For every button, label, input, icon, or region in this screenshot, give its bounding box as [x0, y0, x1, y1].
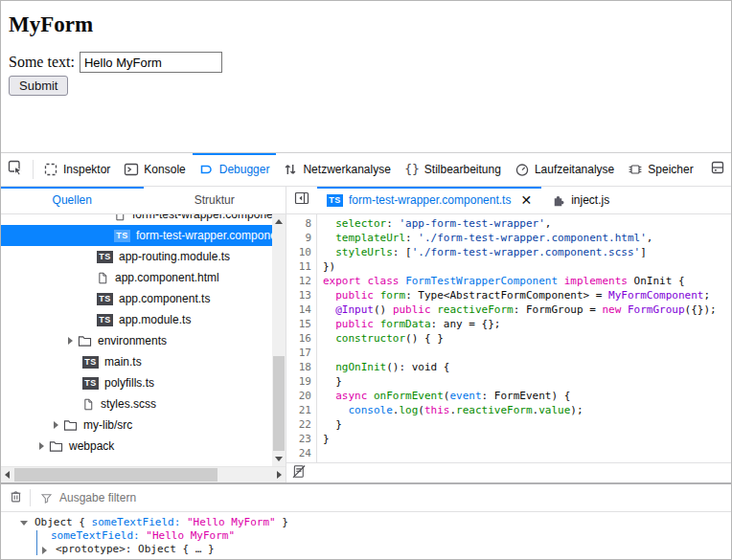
- code-line[interactable]: ngOnInit(): void {: [323, 360, 731, 374]
- code-token: './form-test-wrapper.component.scss': [412, 246, 640, 258]
- code-line[interactable]: }: [323, 374, 731, 389]
- close-tab-icon[interactable]: ✕: [520, 193, 532, 207]
- tree-item-app-component-html[interactable]: app.component.html: [1, 267, 286, 288]
- toolbar-tab-label: Debugger: [219, 163, 270, 176]
- toolbar-tab-debugger[interactable]: Debugger: [193, 153, 277, 186]
- pick-element-button[interactable]: [1, 153, 30, 186]
- editor-tab-form-test-wrapper[interactable]: TS form-test-wrapper.component.ts ✕: [317, 187, 541, 213]
- line-number[interactable]: 17: [286, 346, 311, 360]
- line-number[interactable]: 14: [286, 302, 311, 317]
- line-number[interactable]: 10: [286, 245, 311, 259]
- line-number[interactable]: 16: [286, 331, 311, 346]
- code-line[interactable]: }: [323, 432, 731, 446]
- tree-item-form-test-wrapper-component-ts[interactable]: TSform-test-wrapper.component.ts: [1, 225, 286, 246]
- tree-vertical-scrollbar[interactable]: [272, 214, 286, 466]
- inspektor-icon: [43, 162, 58, 177]
- some-text-input[interactable]: [80, 52, 222, 73]
- code-line[interactable]: @Input() public reactiveForm: FormGroup …: [323, 302, 731, 317]
- line-number[interactable]: 13: [286, 288, 311, 302]
- code-token: : Type<AbstractFormComponent> =: [405, 289, 608, 302]
- code-line[interactable]: public form: Type<AbstractFormComponent>…: [323, 288, 731, 302]
- scroll-down-arrow-icon[interactable]: [275, 457, 283, 461]
- chevron-right-icon[interactable]: [42, 547, 47, 554]
- code-editor-area[interactable]: 89101112131415161718192021222324 selecto…: [286, 214, 731, 462]
- line-number[interactable]: 12: [286, 274, 311, 288]
- code-line[interactable]: async onFormEvent(event: FormEvent) {: [323, 389, 731, 403]
- tree-item-app-module-ts[interactable]: TSapp.module.ts: [1, 309, 286, 330]
- tree-item-label: app.component.html: [115, 271, 219, 284]
- line-number[interactable]: 20: [286, 389, 311, 403]
- code-line[interactable]: console.log(this.reactiveForm.value);: [323, 403, 731, 417]
- scroll-up-arrow-icon[interactable]: [275, 219, 283, 224]
- tree-item-main-ts[interactable]: TSmain.ts: [1, 351, 286, 372]
- line-number[interactable]: 18: [286, 360, 311, 374]
- vertical-scrollbar-thumb[interactable]: [273, 356, 285, 451]
- code-line[interactable]: export class FormTestWrapperComponent im…: [323, 274, 731, 288]
- tree-item-app-component-ts[interactable]: TSapp.component.ts: [1, 288, 286, 309]
- console-clear-button[interactable]: [1, 489, 30, 507]
- code-token: :: [405, 232, 418, 244]
- code-line[interactable]: selector: 'app-form-test-wrapper',: [323, 216, 731, 231]
- code-token: [323, 332, 335, 345]
- code-line[interactable]: [323, 446, 731, 460]
- line-number[interactable]: 22: [286, 417, 311, 432]
- code-line[interactable]: templateUrl: './form-test-wrapper.compon…: [323, 231, 731, 245]
- blackbox-source-button[interactable]: [292, 464, 307, 482]
- tree-item-webpack[interactable]: webpack: [1, 436, 286, 457]
- console-log-row[interactable]: <prototype>: Object { … }: [1, 543, 731, 556]
- tree-item-my-lib-src[interactable]: my-lib/src: [1, 414, 286, 436]
- toolbar-tab-laufzeitanalyse[interactable]: Laufzeitanalyse: [508, 153, 621, 186]
- tree-item-form-test-wrapper-component-scss[interactable]: form-test-wrapper.component.scss: [1, 214, 286, 225]
- chevron-down-icon[interactable]: [20, 521, 28, 526]
- panel-tab-quellen[interactable]: Quellen: [1, 187, 144, 213]
- line-number[interactable]: 21: [286, 403, 311, 417]
- code-line[interactable]: constructor() { }: [323, 331, 731, 346]
- code-token: templateUrl: [335, 232, 405, 244]
- console-log-row[interactable]: someTextField: "Hello MyForm": [1, 529, 731, 543]
- collapse-sources-button[interactable]: [286, 187, 317, 213]
- line-number[interactable]: 15: [286, 317, 311, 331]
- panel-tab-struktur[interactable]: Struktur: [144, 187, 286, 213]
- scroll-right-arrow-icon[interactable]: [277, 471, 282, 479]
- code-token: new: [602, 303, 621, 316]
- tree-item-label: app-routing.module.ts: [119, 250, 230, 263]
- tree-item-polyfills-ts[interactable]: TSpolyfills.ts: [1, 372, 286, 393]
- code-line[interactable]: }): [323, 259, 731, 274]
- tree-item-environments[interactable]: environments: [1, 330, 286, 351]
- line-number[interactable]: 8: [286, 216, 311, 231]
- toolbar-tab-konsole[interactable]: Konsole: [117, 153, 192, 186]
- chevron-right-icon[interactable]: [68, 337, 73, 345]
- chevron-right-icon[interactable]: [54, 421, 58, 429]
- tree-horizontal-scrollbar[interactable]: [1, 466, 286, 482]
- line-number[interactable]: 19: [286, 374, 311, 389]
- submit-button[interactable]: Submit: [9, 76, 68, 96]
- line-number[interactable]: 23: [286, 432, 311, 446]
- scroll-left-arrow-icon[interactable]: [5, 471, 10, 479]
- console-token: someTextField:: [92, 516, 187, 528]
- console-filter-input[interactable]: Ausgabe filtern: [40, 491, 136, 504]
- line-number-gutter[interactable]: 89101112131415161718192021222324: [286, 214, 317, 462]
- code-token: formData: [380, 318, 431, 330]
- code-line[interactable]: }: [323, 417, 731, 432]
- filter-placeholder: Ausgabe filtern: [59, 491, 136, 504]
- horizontal-scrollbar-thumb[interactable]: [14, 468, 217, 482]
- line-number[interactable]: 9: [286, 231, 311, 245]
- toolbar-tab-stilbearbeitung[interactable]: {}Stilbearbeitung: [398, 153, 508, 186]
- editor-tab-inject-js[interactable]: inject.js: [541, 187, 619, 213]
- line-number[interactable]: 11: [286, 259, 311, 274]
- tree-item-label: environments: [98, 334, 167, 347]
- line-number[interactable]: 24: [286, 446, 311, 460]
- tree-item-label: form-test-wrapper.component.ts: [136, 229, 286, 242]
- code-line[interactable]: public formData: any = {};: [323, 317, 731, 331]
- toolbar-tab-netzwerkanalyse[interactable]: Netzwerkanalyse: [276, 153, 397, 186]
- code-line[interactable]: styleUrls: ['./form-test-wrapper.compone…: [323, 245, 731, 259]
- chevron-right-icon[interactable]: [39, 442, 44, 450]
- split-panel-button[interactable]: [710, 160, 725, 179]
- toolbar-tab-inspektor[interactable]: Inspektor: [36, 153, 117, 186]
- tree-item-label: my-lib/src: [83, 418, 132, 432]
- code-line[interactable]: [323, 346, 731, 360]
- tree-item-styles-scss[interactable]: styles.scss: [1, 393, 286, 414]
- tree-item-app-routing-module-ts[interactable]: TSapp-routing.module.ts: [1, 246, 286, 267]
- console-log-row[interactable]: Object { someTextField: "Hello MyForm" }: [1, 516, 731, 529]
- toolbar-tab-speicher[interactable]: Speicher: [621, 153, 699, 186]
